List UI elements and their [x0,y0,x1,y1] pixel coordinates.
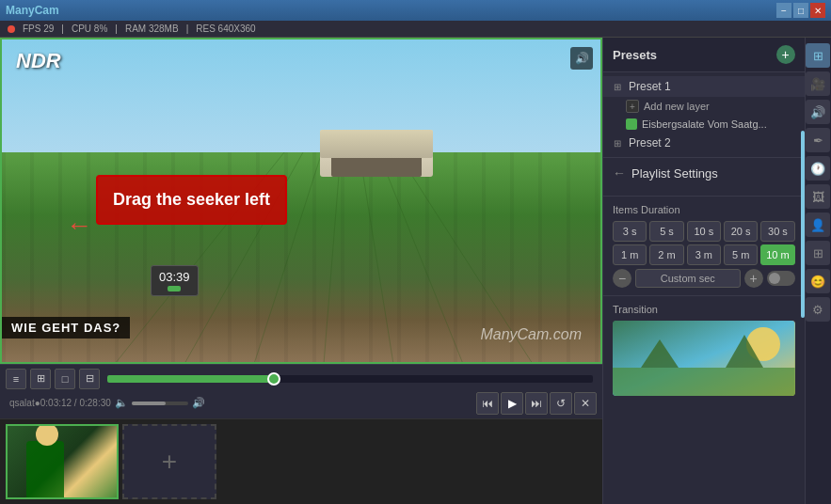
preset-2-icon: ⊞ [611,136,624,150]
back-button[interactable]: ← Playlist Settings [613,165,795,181]
thumbnail-strip: + [0,418,602,504]
sep1: | [61,24,64,34]
timeline-fill [107,375,278,383]
svg-rect-9 [613,368,795,396]
custom-toggle[interactable] [767,271,795,286]
sep3: | [186,24,189,34]
sidebar-image-icon[interactable]: 🖼 [806,184,830,209]
popup-thumb [168,286,181,291]
add-preset-button[interactable]: + [776,45,795,64]
video-section: NDR 🔊 ManyCam.com WIE GEHT DAS? Drag the… [0,38,602,504]
dur-5m[interactable]: 5 m [724,244,758,265]
preset-1-item[interactable]: ⊞ Preset 1 [603,76,805,97]
dur-3s[interactable]: 3 s [613,221,647,242]
add-layer-label: Add new layer [644,101,710,112]
sidebar-person-icon[interactable]: 👤 [806,213,830,237]
titlebar: ManyCam − □ ✕ [0,0,831,21]
app-logo: ManyCam [6,4,59,17]
controls-top: ≡ ⊞ □ ⊟ [6,369,597,389]
video-background [2,39,600,362]
custom-plus-button[interactable]: + [744,269,763,288]
dur-10m[interactable]: 10 m [760,244,794,265]
minimize-button[interactable]: − [776,3,791,18]
sep2: | [115,24,118,34]
preset-1-label: Preset 1 [629,80,671,93]
icon-sidebar: ⊞ 🎥 🔊 ✒ 🕐 🖼 👤 ⊞ 😊 ⚙ [805,38,831,504]
next-button[interactable]: ⏭ [525,392,548,415]
add-thumbnail-button[interactable]: + [122,424,216,499]
dur-3m[interactable]: 3 m [687,244,721,265]
duration-section: Items Duration 3 s 5 s 10 s 20 s 30 s 1 … [603,197,805,296]
dur-5s[interactable]: 5 s [649,221,683,242]
edit-button[interactable]: ⊟ [79,369,100,389]
maximize-button[interactable]: □ [793,3,808,18]
titlebar-controls: − □ ✕ [776,3,825,18]
custom-sec-input[interactable]: Custom sec [635,269,741,288]
stop-button[interactable]: ✕ [574,392,597,415]
sidebar-grid-icon[interactable]: ⊞ [806,241,830,265]
transition-preview [613,321,795,396]
main-container: NDR 🔊 ManyCam.com WIE GEHT DAS? Drag the… [0,38,831,504]
scrollbar[interactable] [801,131,805,317]
vol-icon-right: 🔊 [192,397,205,409]
timeline-track[interactable] [107,375,593,383]
controls-bottom: qsalat●0:03:12 / 0:28:30 🔈 🔊 ⏮ ▶ ⏭ ↺ ✕ [6,392,597,415]
layer-active-dot [626,118,637,130]
preset-2-item[interactable]: ⊞ Preset 2 [603,133,805,153]
right-panel: Presets + ⊞ Preset 1 + Add new layer Eis… [602,38,805,504]
presets-header: Presets + [603,38,805,72]
layers-button[interactable]: □ [55,369,75,389]
ndr-logo: NDR [16,49,61,73]
sidebar-audio-icon[interactable]: 🔊 [806,100,830,124]
dur-30s[interactable]: 30 s [760,221,794,242]
ram-display: RAM 328MB [125,24,179,34]
volume-track[interactable] [132,402,188,405]
sidebar-draw-icon[interactable]: ✒ [806,128,830,152]
timeline-thumb[interactable] [267,372,280,386]
drag-arrow-icon: ← [66,211,92,241]
sidebar-clock-icon[interactable]: 🕐 [806,156,830,181]
volume-fill [132,402,166,405]
cpu-display: CPU 8% [72,24,107,34]
sidebar-video-icon[interactable]: 🎥 [806,71,830,96]
add-layer-item[interactable]: + Add new layer [603,97,805,116]
volume-icon[interactable]: 🔊 [570,47,593,70]
controls-bar: ≡ ⊞ □ ⊟ qsalat●0:03:12 / 0:28:30 🔈 🔊 [0,364,602,418]
dur-2m[interactable]: 2 m [649,244,683,265]
dur-1m[interactable]: 1 m [613,244,647,265]
dur-10s[interactable]: 10 s [687,221,721,242]
menu-button[interactable]: ≡ [6,369,26,389]
loop-button[interactable]: ↺ [550,392,572,415]
sidebar-face-icon[interactable]: 😊 [806,269,830,293]
status-indicator [8,25,15,33]
lower-third-text: WIE GEHT DAS? [2,317,130,339]
playlist-settings-nav: ← Playlist Settings [603,158,805,197]
sidebar-gear-icon[interactable]: ⚙ [806,297,830,322]
titlebar-left: ManyCam [6,4,59,17]
thumbnail-item-1[interactable] [6,424,119,499]
statusbar: FPS 29 | CPU 8% | RAM 328MB | RES 640X36… [0,21,831,38]
popup-time: 03:39 [159,270,190,284]
add-layer-icon: + [626,100,639,113]
drag-instruction-tooltip: Drag the seeker left [96,175,287,225]
prev-button[interactable]: ⏮ [476,392,499,415]
sidebar-presets-icon[interactable]: ⊞ [806,43,830,68]
close-button[interactable]: ✕ [810,3,825,18]
add-button[interactable]: ⊞ [30,369,51,389]
preset-2-label: Preset 2 [629,136,671,150]
video-sky [2,39,600,162]
res-display: RES 640X360 [196,24,255,34]
duration-label: Items Duration [613,204,795,215]
layer-label: Eisbergsalate Vom Saatg... [642,118,767,130]
transition-section: Transition [603,296,805,504]
transition-label: Transition [613,304,795,315]
preset-1-icon: ⊞ [611,80,624,93]
playback-controls: ⏮ ▶ ⏭ ↺ ✕ [476,392,597,415]
layer-item-1[interactable]: Eisbergsalate Vom Saatg... [603,116,805,133]
play-button[interactable]: ▶ [501,392,523,415]
fps-display: FPS 29 [23,24,54,34]
custom-minus-button[interactable]: − [613,269,631,288]
playlist-settings-title: Playlist Settings [631,166,718,181]
time-popup: 03:39 [151,265,199,296]
dur-20s[interactable]: 20 s [724,221,758,242]
